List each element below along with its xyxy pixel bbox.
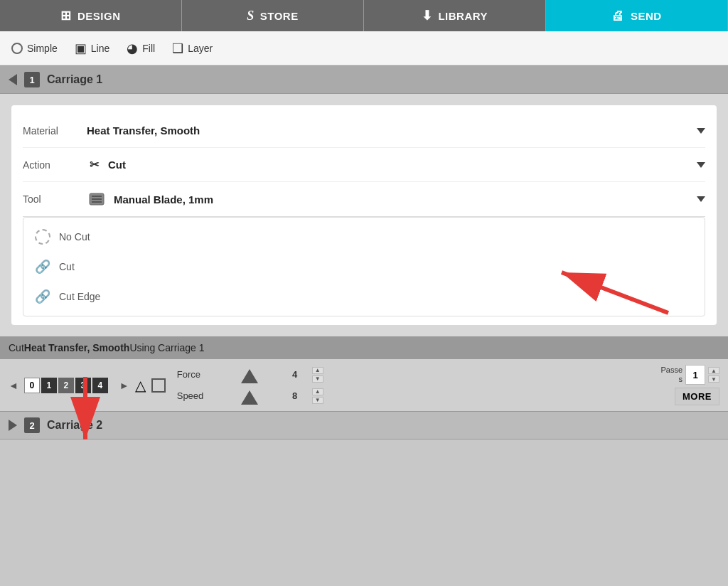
subnav-simple[interactable]: Simple xyxy=(11,43,58,54)
force-spinner-up[interactable]: ▲ xyxy=(312,367,323,374)
material-value: Heat Transfer, Smooth xyxy=(87,124,200,137)
force-label: Force xyxy=(177,369,213,380)
material-dropdown[interactable]: Heat Transfer, Smooth xyxy=(87,124,705,137)
passes-spinner-down[interactable]: ▼ xyxy=(708,375,719,383)
speed-slider-triangle xyxy=(241,390,258,405)
force-slider[interactable] xyxy=(221,366,278,383)
triangle-tool-icon: △ xyxy=(135,377,146,394)
carriage1-number: 1 xyxy=(24,72,40,87)
force-speed-section: Force 4 ▲ ▼ Speed 8 ▲ ▼ xyxy=(177,366,650,405)
action-dropdown-arrow[interactable] xyxy=(697,162,705,168)
nav-library[interactable]: ⬇ LIBRARY xyxy=(364,0,546,31)
tabs-arrow-left[interactable]: ◄ xyxy=(9,380,18,391)
fill-icon: ◕ xyxy=(127,41,138,56)
action-dropdown[interactable]: ✂ Cut xyxy=(87,158,705,172)
library-icon: ⬇ xyxy=(422,8,433,23)
force-spinner-down[interactable]: ▼ xyxy=(312,375,323,383)
speed-value: 8 xyxy=(287,390,304,401)
status-bar: Cut Heat Transfer, Smooth Using Carriage… xyxy=(0,336,728,359)
carriage2-label: Carriage 2 xyxy=(47,419,102,432)
cut-edge-label: Cut Edge xyxy=(59,291,100,302)
passes-section: Passes 1 ▲ ▼ MORE xyxy=(660,365,719,405)
controls-bar: ◄ 0 1 2 3 4 ► △ Force 4 ▲ ▼ Speed xyxy=(0,359,728,411)
design-icon: ⊞ xyxy=(60,8,72,23)
nav-library-label: LIBRARY xyxy=(438,10,488,22)
nav-send-label: SEND xyxy=(631,10,662,22)
subnav-layer[interactable]: ❑ Layer xyxy=(172,41,213,56)
top-nav: ⊞ DESIGN S STORE ⬇ LIBRARY 🖨 SEND xyxy=(0,0,728,31)
tab-1[interactable]: 1 xyxy=(41,378,57,393)
cut-label: Cut xyxy=(59,261,75,272)
speed-spinner-down[interactable]: ▼ xyxy=(312,397,323,404)
subnav-line-label: Line xyxy=(91,43,109,54)
action-dropdown-menu: No Cut 🔗 Cut 🔗 Cut Edge xyxy=(23,217,705,316)
status-text-suffix: Using Carriage 1 xyxy=(129,342,204,353)
speed-slider[interactable] xyxy=(221,388,278,405)
passes-row: Passes 1 ▲ ▼ xyxy=(660,365,719,385)
force-value: 4 xyxy=(287,369,304,380)
svg-rect-3 xyxy=(92,201,102,203)
subnav-simple-label: Simple xyxy=(27,43,58,54)
material-row: Material Heat Transfer, Smooth xyxy=(23,114,705,148)
speed-spinner-up[interactable]: ▲ xyxy=(312,388,323,395)
tool-icons-group: △ xyxy=(135,377,166,394)
nav-store-label: STORE xyxy=(260,10,299,22)
menu-cut[interactable]: 🔗 Cut xyxy=(23,252,705,282)
action-label: Action xyxy=(23,159,87,171)
no-cut-icon xyxy=(35,229,50,245)
tab-4[interactable]: 4 xyxy=(92,378,108,393)
main-content: Material Heat Transfer, Smooth Action ✂ … xyxy=(0,94,728,336)
carriage2-header[interactable]: 2 Carriage 2 xyxy=(0,411,728,440)
force-row: Force 4 ▲ ▼ xyxy=(177,366,650,383)
nav-design[interactable]: ⊞ DESIGN xyxy=(0,0,182,31)
carriage1-label: Carriage 1 xyxy=(47,73,102,86)
square-tool-icon xyxy=(151,378,166,393)
speed-label: Speed xyxy=(177,390,213,401)
cut-red-icon: 🔗 xyxy=(35,259,50,275)
tabs-arrow-right[interactable]: ► xyxy=(119,380,129,391)
nav-send[interactable]: 🖨 SEND xyxy=(546,0,728,31)
force-slider-triangle xyxy=(241,369,258,383)
passes-label: Passes xyxy=(660,366,682,384)
tool-label: Tool xyxy=(23,193,87,205)
tool-dropdown-arrow[interactable] xyxy=(697,196,705,202)
cut-action-icon: ✂ xyxy=(87,158,101,172)
material-dropdown-arrow[interactable] xyxy=(697,128,705,134)
line-icon: ▣ xyxy=(75,41,87,56)
passes-spinners: ▲ ▼ xyxy=(708,367,719,383)
store-icon: S xyxy=(247,9,255,23)
settings-panel: Material Heat Transfer, Smooth Action ✂ … xyxy=(11,105,717,325)
simple-radio[interactable] xyxy=(11,43,23,54)
more-button[interactable]: MORE xyxy=(675,388,719,405)
tab-3[interactable]: 3 xyxy=(75,378,91,393)
subnav-line[interactable]: ▣ Line xyxy=(75,41,109,56)
svg-rect-1 xyxy=(92,196,102,197)
nav-store[interactable]: S STORE xyxy=(182,0,364,31)
passes-spinner-up[interactable]: ▲ xyxy=(708,367,719,374)
passes-value: 1 xyxy=(685,365,705,385)
no-cut-label: No Cut xyxy=(59,231,90,243)
blade-icon xyxy=(87,189,107,209)
carriage2-expand-arrow[interactable] xyxy=(9,420,17,431)
subnav-fill[interactable]: ◕ Fill xyxy=(127,41,155,56)
carriage1-collapse-arrow[interactable] xyxy=(9,74,17,85)
tool-dropdown[interactable]: Manual Blade, 1mm xyxy=(87,189,705,209)
menu-no-cut[interactable]: No Cut xyxy=(23,222,705,252)
cut-edge-icon: 🔗 xyxy=(35,289,50,304)
force-spinners: ▲ ▼ xyxy=(312,367,323,383)
subnav-fill-label: Fill xyxy=(142,43,155,54)
carriage1-header[interactable]: 1 Carriage 1 xyxy=(0,65,728,94)
speed-row: Speed 8 ▲ ▼ xyxy=(177,388,650,405)
menu-cut-edge[interactable]: 🔗 Cut Edge xyxy=(23,282,705,311)
tab-0[interactable]: 0 xyxy=(24,378,40,393)
material-label: Material xyxy=(23,125,87,137)
action-row: Action ✂ Cut xyxy=(23,148,705,182)
sub-nav: Simple ▣ Line ◕ Fill ❑ Layer xyxy=(0,31,728,65)
carriage2-number: 2 xyxy=(24,417,40,433)
subnav-layer-label: Layer xyxy=(188,43,213,54)
send-icon: 🖨 xyxy=(611,9,625,23)
svg-rect-2 xyxy=(92,198,102,200)
layer-icon: ❑ xyxy=(172,41,183,56)
tab-2[interactable]: 2 xyxy=(58,378,74,393)
status-text-bold: Heat Transfer, Smooth xyxy=(24,342,130,353)
